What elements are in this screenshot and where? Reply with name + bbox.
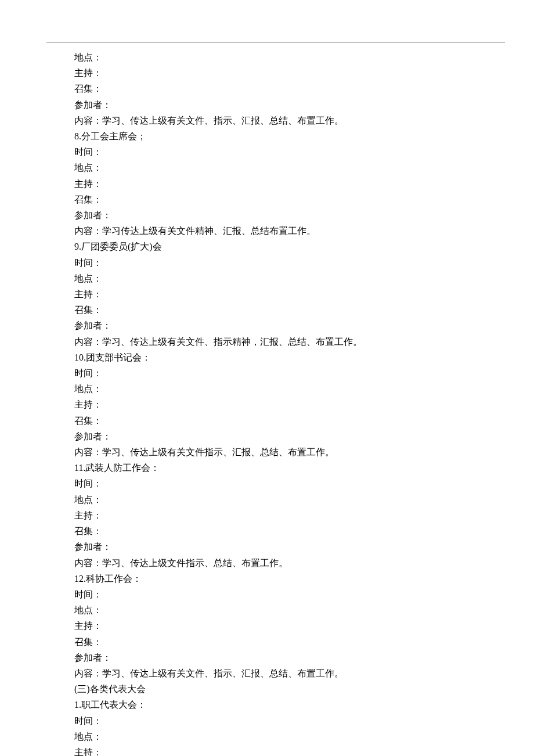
text-line: 地点：	[74, 492, 476, 507]
text-line: 地点：	[74, 381, 476, 397]
text-line: 12.科协工作会：	[74, 571, 476, 586]
text-line: (三)各类代表大会	[74, 681, 476, 697]
text-line: 时间：	[74, 365, 476, 381]
text-line: 时间：	[74, 586, 476, 602]
text-line: 内容：学习传达上级有关文件精神、汇报、总结布置工作。	[74, 223, 476, 239]
text-line: 召集：	[74, 192, 476, 207]
text-line: 内容：学习、传达上级有关文件指示、汇报、总结、布置工作。	[74, 444, 476, 460]
text-line: 时间：	[74, 255, 476, 271]
text-line: 内容：学习、传达上级有关文件、指示、汇报、总结、布置工作。	[74, 665, 476, 681]
text-line: 参加者：	[74, 207, 476, 223]
text-line: 主持：	[74, 397, 476, 412]
text-line: 内容：学习、传达上级有关文件、指示、汇报、总结、布置工作。	[74, 113, 476, 128]
text-line: 参加者：	[74, 650, 476, 665]
text-line: 主持：	[74, 176, 476, 192]
text-line: 地点：	[74, 602, 476, 618]
text-line: 召集：	[74, 413, 476, 429]
text-line: 主持：	[74, 286, 476, 302]
text-line: 参加者：	[74, 429, 476, 444]
text-line: 地点：	[74, 729, 476, 744]
text-line: 召集：	[74, 634, 476, 650]
text-line: 召集：	[74, 81, 476, 96]
text-line: 地点：	[74, 160, 476, 175]
text-line: 内容：学习、传达上级文件指示、总结、布置工作。	[74, 555, 476, 571]
text-line: 内容：学习、传达上级有关文件、指示精神，汇报、总结、布置工作。	[74, 334, 476, 350]
text-line: 召集：	[74, 523, 476, 539]
text-line: 主持：	[74, 744, 476, 756]
text-line: 时间：	[74, 713, 476, 729]
page-divider	[46, 42, 505, 42]
text-line: 参加者：	[74, 318, 476, 333]
text-line: 9.厂团委委员(扩大)会	[74, 239, 476, 254]
text-line: 主持：	[74, 507, 476, 523]
text-line: 地点：	[74, 271, 476, 286]
document-content: 地点： 主持： 召集： 参加者： 内容：学习、传达上级有关文件、指示、汇报、总结…	[74, 49, 476, 756]
text-line: 1.职工代表大会：	[74, 697, 476, 712]
text-line: 时间：	[74, 476, 476, 491]
text-line: 8.分工会主席会；	[74, 128, 476, 144]
text-line: 地点：	[74, 49, 476, 65]
text-line: 主持：	[74, 65, 476, 81]
text-line: 时间：	[74, 144, 476, 160]
text-line: 10.团支部书记会：	[74, 350, 476, 365]
text-line: 11.武装人防工作会：	[74, 460, 476, 476]
text-line: 参加者：	[74, 539, 476, 555]
text-line: 参加者：	[74, 97, 476, 113]
text-line: 主持：	[74, 618, 476, 633]
text-line: 召集：	[74, 302, 476, 318]
